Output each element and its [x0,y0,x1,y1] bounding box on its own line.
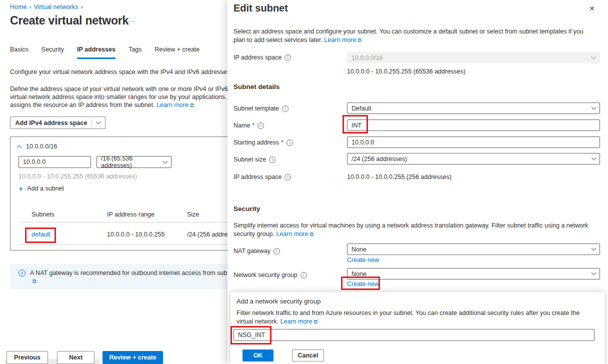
popup-description: Filter network traffic to and from Azure… [236,309,590,326]
external-link-icon: ⧉ [310,231,314,237]
cancel-button[interactable]: Cancel [292,350,324,362]
tab-basics[interactable]: Basics [10,46,28,59]
panel-description: Select an address space and configure yo… [234,28,592,44]
subnet-size-label: Subnet size i [234,156,276,163]
breadcrumb-separator-icon: › [78,3,85,10]
next-button[interactable]: Next [57,351,94,364]
chevron-down-icon [592,270,596,276]
breadcrumb: Home › Virtual networks › [10,3,86,10]
previous-button[interactable]: Previous [6,351,48,364]
info-icon: i [284,54,291,61]
add-nsg-popup: Add a network security group Filter netw… [230,292,604,364]
required-marker: * [281,139,284,146]
security-description: Simplify internet access for virtual mac… [234,222,590,238]
tab-review-create[interactable]: Review + create [154,46,200,59]
address-space-size-select[interactable]: /16 (65,536 addresses) [96,156,172,168]
add-subnet-button[interactable]: + Add a subnet [18,185,64,193]
subnet-ip-range-cell: 10.0.0.0 - 10.0.0.255 [107,231,164,239]
page-title: Create virtual network [10,14,128,28]
learn-more-link[interactable]: Learn more [276,230,308,238]
button-divider [92,119,92,126]
breadcrumb-separator-icon: › [26,3,34,10]
ip-address-space-label: IP address space i [234,54,291,61]
size-select-value: /16 (65,536 addresses) [101,155,164,169]
info-icon: i [18,270,26,276]
nat-gateway-create-new-link[interactable]: Create new [347,256,379,264]
nsg-select[interactable]: None [347,268,600,280]
external-link-icon: ⧉ [314,318,318,324]
address-space-ip-input[interactable] [18,156,91,168]
subnet-template-label: Subnet template i [234,105,288,112]
more-options-icon[interactable]: ··· [127,17,136,25]
table-header-ip-range: IP address range [107,211,154,219]
chevron-up-icon[interactable] [17,146,22,150]
breadcrumb-virtual-networks-link[interactable]: Virtual networks [34,4,78,10]
starting-address-label: Starting address * i [234,139,293,146]
info-icon: i [286,140,293,146]
info-icon: i [274,248,280,254]
define-text-line1: Define the address space of your virtual… [10,86,240,92]
subnet-ip-space-value: 10.0.0.0 - 10.0.0.255 (256 addresses) [347,174,452,180]
add-subnet-label: Add a subnet [27,185,64,193]
select-value: 10.0.0.0/16 [352,54,383,62]
plus-icon: + [18,186,23,192]
required-marker: * [252,122,254,129]
intro-text: Configure your virtual network address s… [10,68,242,76]
tab-security[interactable]: Security [42,46,64,59]
chevron-down-icon [592,105,596,110]
security-heading: Security [234,205,260,212]
label-text: Network security group [234,272,298,278]
nat-gateway-select[interactable]: None [347,244,600,255]
tab-tags[interactable]: Tags [128,46,142,59]
label-text: Starting address [234,139,279,146]
subnet-default-link[interactable]: default [32,231,50,239]
ip-address-space-select: 10.0.0.0/16 [347,52,600,64]
select-value: None [352,246,366,253]
subnet-ip-space-label: IP address space i [234,174,291,180]
subnet-template-select[interactable]: Default [347,102,600,114]
subnet-size-select[interactable]: /24 (256 addresses) [347,153,600,164]
chevron-down-icon [592,54,596,60]
subnet-name-input[interactable] [347,120,600,131]
chevron-down-icon [592,156,596,160]
address-range-helper: 10.0.0.0 - 10.0.255.255 (65536 addresses… [18,173,137,181]
breadcrumb-home-link[interactable]: Home [10,4,26,10]
select-value: /24 (256 addresses) [352,156,407,162]
panel-title: Edit subnet [234,2,288,14]
define-text-line3: assigns the resource an IP address from … [10,102,194,108]
nsg-name-input[interactable] [234,329,594,341]
banner-text: A NAT gateway is recommended for outboun… [30,270,260,276]
info-icon: i [284,174,291,180]
starting-address-input[interactable] [347,136,600,148]
review-create-button[interactable]: Review + create [102,351,163,364]
external-link-icon: ⧉ [358,37,362,43]
table-header-size: Size [187,211,199,219]
address-space-cidr: 10.0.0.0/16 [26,143,58,151]
label-text: IP address space [234,54,282,61]
learn-more-link[interactable]: Learn more [324,36,356,44]
nsg-create-new-link[interactable]: Create new [347,280,379,288]
define-text-line2: virtual network address space into small… [10,94,242,100]
address-space-header[interactable]: 10.0.0.0/16 [18,143,58,151]
learn-more-link[interactable]: Learn more [156,102,188,108]
name-label: Name * i [234,122,264,129]
chevron-down-icon[interactable] [96,120,101,124]
close-icon[interactable]: ✕ [589,4,595,12]
tab-ip-addresses[interactable]: IP addresses [77,46,116,59]
subnet-details-heading: Subnet details [234,83,280,90]
label-text: IP address space [234,174,282,180]
label-text: Name [234,122,250,129]
popup-title: Add a network security group [236,298,320,305]
ip-range-helper: 10.0.0.0 - 10.0.255.255 (65536 addresses… [347,68,466,75]
add-ipv4-address-space-button[interactable]: Add IPv4 address space [10,116,106,129]
table-divider [18,244,246,245]
learn-more-link[interactable]: Learn more [280,318,312,325]
chevron-down-icon [592,246,596,251]
table-row[interactable]: default 10.0.0.0 - 10.0.0.255 /24 (256 a… [10,222,246,244]
info-icon: i [300,272,307,278]
ok-button[interactable]: OK [242,350,274,362]
external-link-icon[interactable]: ⧉ [32,278,36,284]
subnet-size-cell: /24 (256 addre [187,231,228,239]
label-text: Subnet template [234,105,279,112]
azure-create-vnet-page: Home › Virtual networks › Create virtual… [0,0,608,364]
